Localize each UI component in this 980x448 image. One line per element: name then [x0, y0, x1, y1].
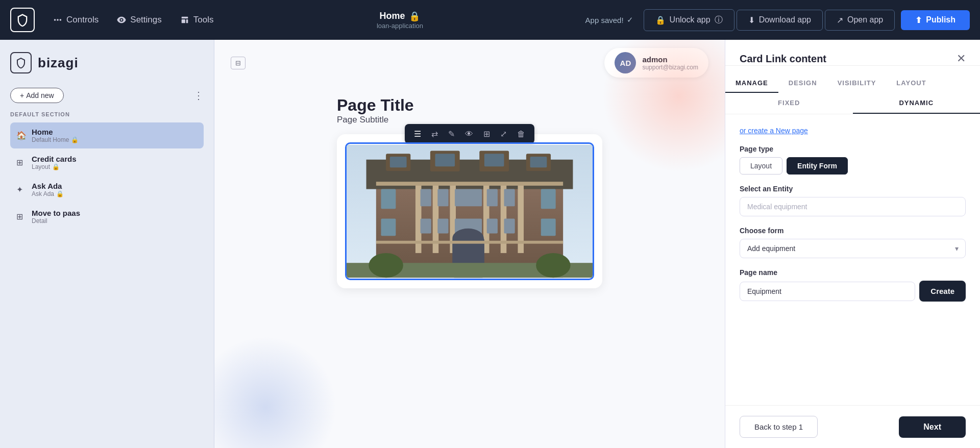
open-app-button[interactable]: ↗ Open app [825, 10, 895, 31]
svg-rect-28 [381, 218, 396, 236]
svg-rect-30 [437, 218, 448, 233]
right-panel: Card Link content ✕ MANAGE DESIGN VISIBI… [725, 40, 980, 448]
tab-manage[interactable]: MANAGE [725, 74, 778, 93]
publish-button[interactable]: ⬆ Publish [901, 10, 970, 30]
sidebar-item-ask-ada[interactable]: ✦ Ask Ada Ask Ada 🔒 [10, 177, 204, 203]
sidebar-section-label: DEFAULT SECTION [10, 111, 204, 117]
page-subtitle: Page Subtitle [337, 115, 602, 125]
page-type-row: Layout Entity Form [740, 157, 966, 175]
tab-design[interactable]: DESIGN [778, 74, 827, 93]
toolbar-visibility-button[interactable]: 👁 [461, 128, 477, 141]
canvas-topbar: ⊟ AD admon support@bizagi.com [214, 40, 725, 86]
toolbar-edit-button[interactable]: ✎ [444, 127, 459, 141]
svg-rect-40 [376, 182, 563, 186]
create-new-page-link[interactable]: or create a New page [740, 127, 966, 135]
entity-form-type-button[interactable]: Entity Form [787, 157, 848, 175]
svg-point-36 [452, 229, 484, 248]
unlock-app-button[interactable]: 🔒 Unlock app ⓘ [644, 9, 734, 31]
user-email: support@bizagi.com [642, 64, 698, 71]
create-button[interactable]: Create [919, 281, 966, 302]
page-name-section: Page name Create [740, 268, 966, 302]
page-title-area: Page Title Page Subtitle [337, 96, 602, 125]
card-image [345, 142, 594, 280]
settings-button[interactable]: Settings [108, 10, 170, 30]
panel-footer: Back to step 1 Next [725, 405, 980, 448]
svg-rect-22 [421, 189, 431, 207]
svg-rect-26 [504, 189, 514, 207]
next-button[interactable]: Next [899, 416, 966, 438]
subtab-fixed[interactable]: FIXED [725, 93, 853, 114]
detail-icon: ⊞ [16, 212, 27, 222]
svg-point-38 [369, 253, 403, 278]
app-title: Home [379, 11, 405, 21]
panel-subtabs: FIXED DYNAMIC [725, 93, 980, 114]
select-entity-section: Select an Entity [740, 185, 966, 216]
tools-button[interactable]: Tools [171, 10, 223, 30]
sparkle-icon: ✦ [16, 185, 27, 195]
sidebar-logo-icon [10, 52, 32, 73]
toolbar-delete-button[interactable]: 🗑 [513, 128, 529, 141]
toolbar-link-button[interactable]: ⇄ [427, 127, 442, 141]
choose-form-label: Choose form [740, 227, 966, 235]
toolbar-expand-button[interactable]: ⤢ [496, 127, 511, 141]
layout-type-button[interactable]: Layout [740, 157, 782, 175]
svg-rect-27 [541, 189, 556, 209]
choose-form-section: Choose form Add equipmentEdit equipmentV… [740, 227, 966, 258]
tab-visibility[interactable]: VISIBILITY [827, 74, 887, 93]
lock-icon-small: 🔒 [52, 163, 60, 170]
page-name-label: Page name [740, 268, 966, 277]
choose-form-select-row: Add equipmentEdit equipmentView equipmen… [740, 239, 966, 258]
svg-rect-14 [530, 157, 547, 167]
svg-rect-11 [390, 157, 407, 167]
toolbar-grid-button[interactable]: ⊞ [479, 127, 494, 141]
choose-form-select[interactable]: Add equipmentEdit equipmentView equipmen… [740, 239, 966, 258]
canvas-area: ⊟ AD admon support@bizagi.com Page Title… [214, 40, 725, 448]
svg-rect-32 [487, 218, 498, 233]
download-app-button[interactable]: ⬇ Download app [737, 10, 823, 31]
svg-point-2 [60, 19, 62, 21]
lock-icon: 🔒 [409, 11, 420, 22]
svg-rect-33 [504, 218, 514, 233]
panel-tabs: MANAGE DESIGN VISIBILITY LAYOUT [725, 74, 980, 93]
select-entity-label: Select an Entity [740, 185, 966, 193]
panel-close-button[interactable]: ✕ [957, 52, 966, 65]
collapse-button[interactable]: ⊟ [231, 57, 246, 69]
select-entity-input[interactable] [740, 197, 966, 216]
svg-rect-25 [487, 189, 498, 207]
svg-point-39 [536, 253, 570, 278]
svg-point-1 [57, 19, 59, 21]
svg-point-0 [54, 19, 56, 21]
controls-button[interactable]: Controls [44, 10, 108, 30]
grid-icon: ⊞ [16, 158, 27, 168]
back-to-step-button[interactable]: Back to step 1 [740, 416, 818, 438]
sidebar-item-move-to-paas[interactable]: ⊞ Move to paas Detail [10, 204, 204, 230]
sidebar-item-credit-cards[interactable]: ⊞ Credit cards Layout 🔒 [10, 150, 204, 176]
page-type-label: Page type [740, 145, 966, 153]
app-subtitle: loan-application [377, 22, 423, 30]
user-pill: AD admon support@bizagi.com [604, 48, 708, 78]
sidebar-item-home[interactable]: 🏠 Home Default Home 🔒 [10, 122, 204, 148]
avatar: AD [615, 52, 636, 73]
subtab-dynamic[interactable]: DYNAMIC [853, 93, 981, 114]
page-name-input[interactable] [740, 282, 915, 301]
sidebar-add-row: + Add new ⋮ [10, 88, 204, 103]
svg-rect-13 [484, 154, 504, 166]
logo-icon [10, 8, 35, 32]
svg-rect-34 [541, 218, 556, 236]
main-layout: bizagi + Add new ⋮ DEFAULT SECTION 🏠 Hom… [0, 40, 980, 448]
panel-body: or create a New page Page type Layout En… [725, 114, 980, 405]
canvas-content: Page Title Page Subtitle ☰ ⇄ ✎ 👁 ⊞ ⤢ 🗑 [214, 86, 725, 448]
tab-layout[interactable]: LAYOUT [886, 74, 936, 93]
user-name: admon [642, 55, 698, 64]
building-image [347, 144, 593, 279]
topnav-right: App saved! ✓ 🔒 Unlock app ⓘ ⬇ Download a… [577, 9, 970, 31]
toolbar-settings-button[interactable]: ☰ [410, 127, 425, 141]
topnav: Controls Settings Tools Home 🔒 loan-appl… [0, 0, 980, 40]
card-toolbar: ☰ ⇄ ✎ 👁 ⊞ ⤢ 🗑 [405, 124, 534, 144]
page-type-section: Page type Layout Entity Form [740, 145, 966, 175]
lock-icon-small: 🔒 [56, 190, 64, 197]
add-new-button[interactable]: + Add new [10, 88, 64, 103]
sidebar-brand: bizagi [38, 55, 79, 71]
card-preview-container: ☰ ⇄ ✎ 👁 ⊞ ⤢ 🗑 [337, 134, 602, 288]
sidebar-more-button[interactable]: ⋮ [193, 89, 204, 102]
